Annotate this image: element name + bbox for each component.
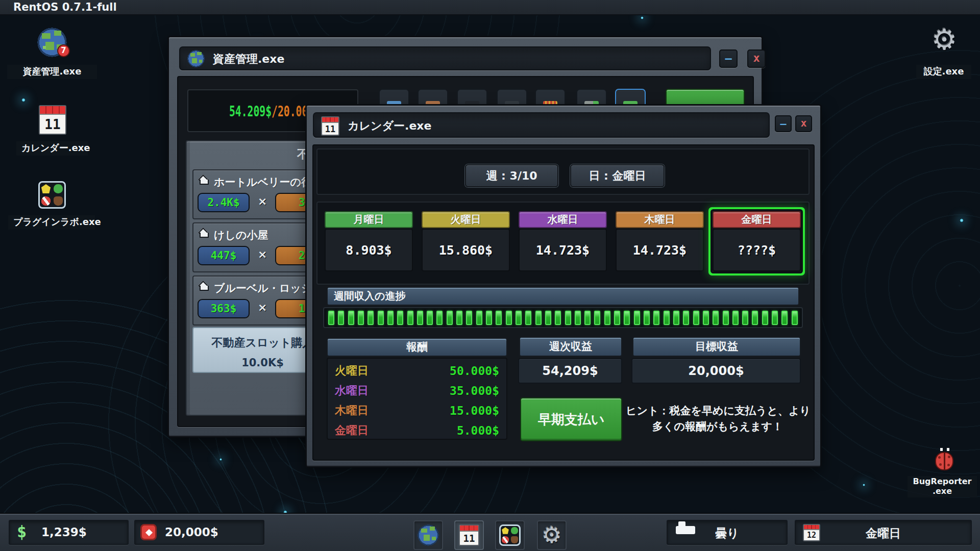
desktop-icon-calendar-label[interactable]: カレンダー.exe	[16, 141, 88, 156]
rewards-table: 火曜日 50.000$ 水曜日 35.000$ 木曜日 15.000$ 金曜日 …	[327, 358, 507, 440]
house-icon	[199, 228, 210, 239]
day-card-wednesday[interactable]: 水曜日 14.723$	[519, 211, 607, 271]
progress-segment	[397, 311, 403, 325]
dollar-icon: $	[17, 522, 27, 541]
pay-early-button[interactable]: 早期支払い	[520, 397, 622, 441]
money-value: 1,239$	[41, 525, 87, 539]
desktop-icon-settings-label[interactable]: 設定.exe	[916, 65, 971, 79]
reward-amount: 15.000$	[450, 404, 499, 417]
balance-current: 54.209$	[229, 103, 272, 120]
desktop-icon-asset[interactable]: 7	[37, 27, 67, 58]
day-card-monday[interactable]: 月曜日 8.903$	[325, 211, 413, 271]
day-card-header: 火曜日	[422, 211, 510, 228]
progress-segment	[417, 311, 423, 325]
asset-minimize-button[interactable]: –	[719, 49, 738, 68]
calendar-minimize-button[interactable]: –	[775, 115, 792, 132]
hint-line1: ヒント：税金を早めに支払うと、より	[626, 403, 810, 419]
day-card-friday[interactable]: 金曜日 ????$	[713, 211, 801, 271]
desktop-icon-plugin-label[interactable]: プラグインラボ.exe	[8, 215, 95, 230]
taskbar-app-asset[interactable]	[413, 520, 443, 550]
progress-segment	[387, 311, 394, 325]
calendar-icon: 11	[39, 105, 66, 135]
reward-row: 水曜日 35.000$	[328, 381, 506, 400]
reward-amount: 50.000$	[450, 364, 499, 378]
target-value: 20,000$	[631, 358, 801, 384]
progress-segment	[348, 311, 354, 325]
calendar-window: 11 カレンダー.exe – x 週 : 3/10 日 : 金曜日 月曜日 8.…	[305, 104, 822, 468]
progress-segment	[496, 311, 502, 325]
weekly-header: 週次収益	[519, 337, 622, 357]
progress-segment	[781, 311, 788, 325]
money-chip: $ 1,239$	[9, 520, 129, 545]
bug-label-line2: .exe	[913, 486, 972, 496]
progress-segment	[634, 311, 640, 325]
progress-segment	[545, 311, 551, 325]
progress-segment	[525, 311, 531, 325]
target-header: 目標収益	[632, 337, 801, 357]
calendar-window-title: カレンダー.exe	[348, 118, 431, 134]
taskbar-app-settings[interactable]: ⚙	[537, 520, 567, 550]
calendar-close-button[interactable]: x	[795, 115, 812, 132]
notification-badge: 7	[57, 44, 70, 57]
day-button[interactable]: 日 : 金曜日	[570, 164, 665, 187]
gear-icon: ⚙	[542, 524, 561, 546]
bug-label-line1: BugReporter	[913, 477, 972, 486]
calendar-window-titlebar[interactable]: 11 カレンダー.exe	[313, 112, 770, 138]
day-card-tuesday[interactable]: 火曜日 15.860$	[422, 211, 510, 271]
times-label: ×	[258, 301, 267, 314]
progress-segment	[683, 311, 689, 325]
asset-window-titlebar[interactable]: 資産管理.exe	[179, 46, 711, 70]
desktop-icon-bugreporter[interactable]	[935, 448, 954, 473]
property-panel: 不動産 ホートルベリーの径 2.4K$ × 3 けしの小屋 447$ × 2	[186, 140, 310, 416]
reward-amount: 5.000$	[457, 424, 499, 437]
progress-segment	[762, 311, 768, 325]
goal-chip: 20,000$	[134, 520, 264, 545]
gear-icon: ⚙	[930, 26, 959, 54]
desktop-icon-settings[interactable]: ⚙	[930, 26, 959, 56]
property-price-button[interactable]: 447$	[198, 246, 250, 265]
desktop-icon-calendar[interactable]: 11	[39, 105, 66, 135]
property-name: ホートルベリーの径	[214, 175, 312, 189]
progress-segment	[792, 311, 798, 325]
balance-target: /20.00	[272, 103, 308, 120]
asset-close-button[interactable]: x	[747, 49, 766, 68]
day-card-value: 8.903$	[325, 229, 413, 271]
desktop-icon-bugreporter-label[interactable]: BugReporter .exe	[908, 476, 977, 497]
property-price-button[interactable]: 2.4K$	[198, 193, 250, 212]
progress-segment	[516, 311, 522, 325]
goal-value: 20,000$	[165, 525, 218, 539]
taskbar-app-calendar[interactable]: 11	[454, 520, 484, 550]
weather-chip: 曇り	[667, 520, 788, 545]
desktop-icon-plugin[interactable]	[38, 181, 66, 209]
taskbar-app-plugin[interactable]	[495, 520, 525, 550]
day-card-thursday[interactable]: 木曜日 14.723$	[616, 211, 704, 271]
desktop-icon-asset-label[interactable]: 資産管理.exe	[7, 65, 97, 79]
progress-segment	[584, 311, 591, 325]
weekday-chip: 12 金曜日	[795, 520, 972, 545]
weekday-value: 金曜日	[796, 525, 971, 541]
progress-segment	[535, 311, 542, 325]
progress-bar	[323, 307, 803, 328]
day-card-header: 木曜日	[616, 211, 704, 228]
progress-segment	[436, 311, 443, 325]
reward-row: 金曜日 5.000$	[328, 420, 506, 440]
progress-segment	[338, 311, 344, 325]
progress-segment	[368, 311, 374, 325]
progress-segment	[506, 311, 512, 325]
weekly-value: 54,209$	[518, 358, 622, 384]
progress-segment	[466, 311, 472, 325]
property-price-button[interactable]: 363$	[198, 299, 250, 318]
progress-segment	[555, 311, 561, 325]
property-name: ブルーベル・ロッジ	[214, 281, 312, 295]
progress-segment	[732, 311, 739, 325]
day-card-header: 月曜日	[325, 211, 413, 228]
week-button[interactable]: 週 : 3/10	[465, 164, 558, 187]
day-card-value: 14.723$	[519, 229, 607, 271]
plugin-grid-icon	[499, 524, 521, 546]
progress-segment	[693, 311, 699, 325]
reward-row: 火曜日 50.000$	[328, 361, 506, 381]
progress-segment	[772, 311, 778, 325]
desktop: RentOS 0.7.1-full 7 資産管理.exe 11 カレンダー.ex…	[0, 0, 980, 551]
reward-day: 火曜日	[335, 363, 369, 379]
rewards-header: 報酬	[327, 338, 507, 357]
